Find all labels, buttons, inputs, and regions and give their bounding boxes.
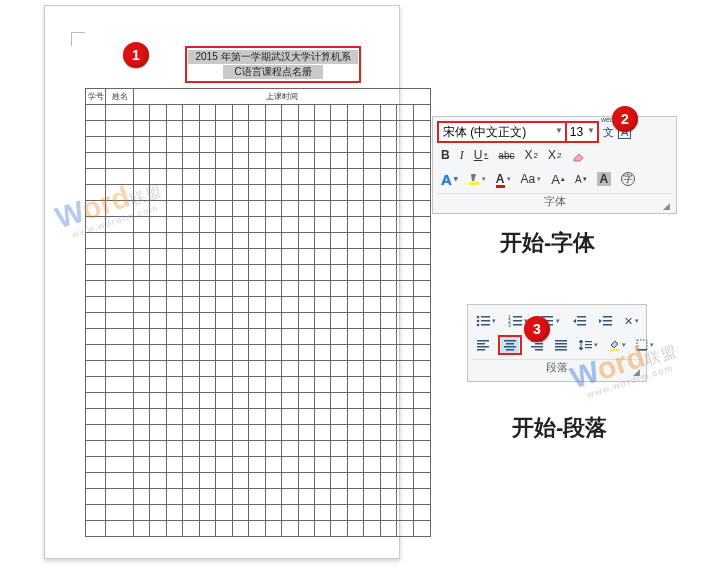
shrink-font-button[interactable]: A▾ [573,173,589,186]
table-row [86,345,431,361]
italic-button[interactable]: I [458,147,466,164]
svg-point-6 [477,324,480,327]
align-justify-button[interactable] [552,338,570,352]
svg-rect-3 [481,316,490,318]
table-row [86,233,431,249]
svg-marker-0 [574,154,583,161]
underline-button[interactable]: U▾ [472,147,491,163]
svg-rect-17 [577,316,586,318]
font-color-button[interactable]: A▾ [494,171,513,187]
align-center-icon [503,339,517,351]
svg-rect-13 [513,324,522,326]
borders-button[interactable]: ▾ [634,338,656,352]
svg-rect-5 [481,320,490,322]
table-row [86,393,431,409]
borders-icon [636,339,648,351]
table-row [86,425,431,441]
svg-rect-41 [585,341,592,342]
eraser-icon [571,148,585,162]
dialog-launcher-icon[interactable]: ◢ [663,201,670,211]
font-size-selector[interactable]: 13 ▼ [567,121,599,143]
svg-rect-7 [481,324,490,326]
svg-rect-38 [555,343,567,345]
char-shading-button[interactable]: A [595,171,614,187]
table-row [86,441,431,457]
font-ribbon-group: 宋体 (中文正文) ▼ 13 ▼ 文 A B I U▾ abc X2 X2 A▾… [432,116,677,214]
paint-bucket-icon [608,339,620,351]
callout-badge-2: 2 [612,106,638,132]
align-left-icon [476,339,490,351]
asian-layout-button[interactable]: ✕▾ [622,314,641,329]
doc-title-area: 2015 年第一学期武汉大学计算机系 C语言课程点名册 [185,46,361,83]
line-spacing-icon [578,339,592,351]
svg-rect-21 [603,316,612,318]
chevron-down-icon: ▼ [587,126,595,135]
numbering-icon: 123 [508,315,522,327]
bullets-icon [476,315,490,327]
col-student-id: 学号 [86,89,106,105]
phonetic-guide-button[interactable]: 文 [603,125,614,140]
table-row [86,409,431,425]
enclose-char-button[interactable]: 字 [619,171,637,187]
svg-rect-40 [555,349,567,351]
align-justify-icon [554,339,568,351]
svg-rect-39 [555,346,567,348]
strikethrough-button[interactable]: abc [496,149,516,162]
text-effects-button[interactable]: A▾ [439,170,460,189]
svg-rect-25 [477,340,489,342]
grow-font-button[interactable]: A▴ [549,171,567,188]
table-row [86,217,431,233]
callout-badge-3: 3 [524,316,550,342]
align-center-button[interactable] [501,337,519,353]
align-left-button[interactable] [474,338,492,352]
svg-rect-43 [585,347,592,348]
table-row [86,377,431,393]
table-row [86,169,431,185]
line-spacing-button[interactable]: ▾ [576,338,600,352]
svg-rect-23 [603,324,612,326]
svg-rect-31 [504,346,516,348]
shading-button[interactable]: ▾ [606,338,628,352]
subscript-button[interactable]: X2 [522,147,539,163]
svg-rect-27 [477,346,489,348]
callout-badge-1: 1 [123,42,149,68]
font-name-value: 宋体 (中文正文) [443,124,526,141]
change-case-button[interactable]: Aa▾ [519,171,544,187]
section-label-para: 开始-段落 [512,413,607,443]
highlight-button[interactable]: ▾ [466,171,488,187]
table-row [86,153,431,169]
decrease-indent-button[interactable] [570,314,588,328]
svg-rect-35 [531,346,543,348]
table-row [86,489,431,505]
table-row [86,505,431,521]
svg-rect-37 [555,340,567,342]
table-row [86,265,431,281]
title-line-2: C语言课程点名册 [223,65,323,79]
bold-button[interactable]: B [439,147,452,163]
svg-rect-1 [469,182,479,185]
font-name-selector[interactable]: 宋体 (中文正文) ▼ [437,121,567,143]
margin-corner [71,32,85,46]
superscript-button[interactable]: X2 [546,147,563,163]
bullets-button[interactable]: ▾ [474,314,498,328]
svg-rect-36 [535,349,543,351]
table-row [86,185,431,201]
svg-text:3: 3 [508,322,511,327]
svg-rect-18 [577,320,586,322]
svg-marker-20 [573,319,576,323]
svg-rect-22 [603,320,612,322]
title-highlight[interactable]: 2015 年第一学期武汉大学计算机系 C语言课程点名册 [185,46,361,83]
col-name: 姓名 [106,89,134,105]
clear-format-button[interactable] [569,147,587,163]
increase-indent-button[interactable] [596,314,614,328]
highlighter-icon [468,172,480,186]
table-row [86,121,431,137]
dialog-launcher-icon[interactable]: ◢ [633,367,640,377]
chevron-down-icon: ▼ [555,126,563,135]
svg-rect-30 [506,343,514,345]
svg-rect-42 [585,344,592,345]
svg-rect-29 [504,340,516,342]
svg-rect-34 [535,343,543,345]
indent-icon [598,315,612,327]
col-time: 上课时间 [134,89,431,105]
